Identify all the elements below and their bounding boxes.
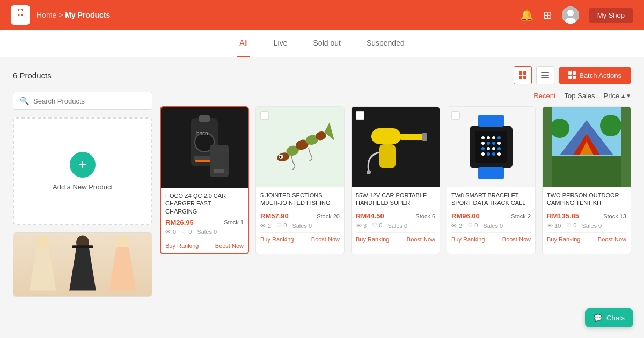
svg-point-57 [481, 152, 485, 156]
product-views-5: 👁 10 [547, 223, 561, 229]
svg-rect-7 [523, 71, 526, 75]
svg-point-4 [567, 10, 574, 16]
content-area: 🔍 + Add a New Product [13, 92, 631, 297]
svg-rect-0 [15, 11, 26, 19]
svg-point-42 [367, 170, 371, 174]
grid-icon[interactable]: ⊞ [543, 9, 552, 21]
svg-rect-12 [541, 77, 549, 78]
product-name-2: 5 JOINTED SECTIONS MULTI-JOINTED FISHING [260, 192, 340, 209]
product-info-5: TWO PERSON OUTDOOR CAMPING TENT KIT RM13… [543, 187, 631, 247]
buy-ranking-5[interactable]: Buy Ranking [547, 236, 580, 243]
buy-ranking-2[interactable]: Buy Ranking [260, 236, 294, 243]
product-card-3: 55W 12V CAR PORTABLE HANDHELD SUPER RM44… [351, 106, 440, 254]
product-checkbox-3[interactable] [356, 111, 364, 120]
add-product-card[interactable]: + Add a New Product [13, 117, 152, 225]
tab-all[interactable]: All [237, 30, 250, 57]
sort-recent[interactable]: Recent [533, 92, 555, 100]
tab-suspended[interactable]: Suspended [364, 30, 407, 57]
product-image-2 [256, 107, 344, 187]
product-likes-5: ♡ 0 [566, 222, 576, 229]
tab-sold-out[interactable]: Sold out [311, 30, 343, 57]
product-stock-2: Stock 20 [317, 213, 340, 219]
product-info-3: 55W 12V CAR PORTABLE HANDHELD SUPER RM44… [352, 187, 440, 247]
product-name-3: 55W 12V CAR PORTABLE HANDHELD SUPER [356, 192, 435, 209]
product-actions-3: Buy Ranking Boost Now [356, 232, 435, 243]
grid-view-button[interactable] [514, 66, 532, 84]
main-content: 6 Products [0, 57, 644, 305]
boost-now-1[interactable]: Boost Now [215, 243, 244, 249]
product-image-5 [543, 107, 631, 187]
product-likes-2: ♡ 0 [276, 222, 287, 229]
product-likes-1: ♡ 0 [181, 229, 192, 236]
my-shop-button[interactable]: My Shop [589, 8, 633, 23]
product-views-2: 👁 2 [260, 223, 271, 229]
tab-live[interactable]: Live [272, 30, 290, 57]
svg-point-2 [21, 14, 23, 16]
product-stats-1: 👁 0 ♡ 0 Sales 0 [165, 229, 244, 236]
product-actions-1: Buy Ranking Boost Now [165, 239, 244, 249]
buy-ranking-4[interactable]: Buy Ranking [451, 236, 485, 243]
svg-point-45 [481, 136, 485, 139]
batch-actions-button[interactable]: Batch Actions [559, 67, 631, 84]
breadcrumb: Home > My Products [36, 11, 110, 19]
svg-rect-63 [552, 155, 621, 187]
product-name-1: HOCO Z4 QC 2.0 CAR CHARGER FAST CHARGING [165, 192, 244, 215]
product-checkbox-2[interactable] [260, 111, 269, 120]
product-card-1: NEW hoco. [160, 106, 249, 254]
product-likes-4: ♡ 0 [467, 222, 478, 229]
product-price-4: RM96.00 [451, 212, 480, 220]
search-box[interactable]: 🔍 [13, 92, 152, 110]
svg-rect-39 [398, 134, 425, 140]
product-meta-2: RM57.90 Stock 20 [260, 212, 340, 220]
breadcrumb-current: My Products [65, 11, 110, 19]
svg-point-46 [487, 136, 490, 139]
boost-now-3[interactable]: Boost Now [407, 236, 435, 243]
product-stock-3: Stock 6 [415, 213, 435, 219]
product-card-4: TW8 SMART BRACELET SPORT DATA TRACK CALL… [447, 106, 536, 254]
batch-actions-label: Batch Actions [579, 71, 621, 79]
product-stats-2: 👁 2 ♡ 0 Sales 0 [260, 222, 340, 229]
svg-text:hoco.: hoco. [196, 130, 209, 136]
svg-rect-6 [519, 71, 522, 75]
product-views-1: 👁 0 [165, 229, 176, 235]
breadcrumb-home[interactable]: Home [36, 11, 56, 19]
bell-icon[interactable]: 🔔 [520, 9, 533, 21]
svg-rect-61 [478, 115, 504, 127]
product-image-1: hoco. [161, 107, 248, 188]
products-grid: Recent Top Sales Price ▲▼ NEW [160, 92, 631, 297]
svg-rect-41 [379, 144, 396, 168]
sort-bar: Recent Top Sales Price ▲▼ [160, 92, 631, 100]
buy-ranking-1[interactable]: Buy Ranking [165, 243, 199, 249]
boost-now-5[interactable]: Boost Now [598, 236, 626, 243]
product-views-3: 👁 3 [356, 223, 367, 229]
svg-rect-40 [422, 133, 427, 141]
product-name-5: TWO PERSON OUTDOOR CAMPING TENT KIT [547, 192, 626, 209]
add-icon: + [70, 152, 96, 178]
buy-ranking-3[interactable]: Buy Ranking [356, 236, 389, 243]
sort-price[interactable]: Price ▲▼ [604, 92, 631, 100]
svg-point-58 [487, 152, 490, 156]
user-avatar[interactable] [562, 6, 579, 24]
product-image-3 [352, 107, 440, 187]
product-checkbox-4[interactable] [451, 111, 460, 120]
boost-now-4[interactable]: Boost Now [502, 236, 531, 243]
product-meta-1: RM26.95 Stock 1 [165, 218, 244, 226]
svg-point-66 [600, 115, 621, 136]
svg-point-54 [487, 147, 490, 150]
product-preview [13, 232, 152, 297]
svg-rect-15 [568, 76, 572, 79]
svg-point-1 [18, 14, 20, 16]
svg-point-55 [492, 147, 495, 150]
boost-now-2[interactable]: Boost Now [311, 236, 340, 243]
svg-rect-19 [72, 245, 93, 248]
product-info-4: TW8 SMART BRACELET SPORT DATA TRACK CALL… [447, 187, 535, 247]
sort-top-sales[interactable]: Top Sales [564, 92, 595, 100]
product-views-4: 👁 2 [451, 223, 462, 229]
product-count: 6 Products [13, 71, 52, 80]
search-input[interactable] [33, 97, 145, 105]
list-view-button[interactable] [536, 66, 554, 84]
product-sales-2: Sales 0 [292, 223, 312, 229]
svg-point-52 [497, 142, 501, 145]
add-product-label: Add a New Product [53, 183, 113, 191]
svg-rect-11 [541, 75, 549, 76]
